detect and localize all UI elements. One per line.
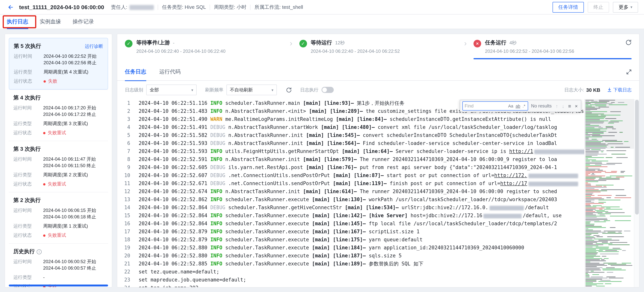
line-number: 24 [117,284,130,287]
task-detail-button[interactable]: 任务详情 [552,2,584,13]
match-case-icon[interactable]: Aa [508,102,514,110]
task-meta: 责任人: 任务类型: Hive SQL 周期类型: 小时 所属工作流: test… [111,4,303,11]
run-time-value: 2024-04-10 06:22:52 开始2024-04-10 06:22:5… [44,53,96,66]
main-tabbar: 执行日志 实例血缘 操作记录 [0,15,644,29]
pipeline-step-task-run[interactable]: × 任务运行4秒 2024-04-10 06:22:52 - 2024-04-1… [474,39,632,59]
tab-instance-lineage[interactable]: 实例血缘 [40,14,61,29]
whole-word-icon[interactable]: ab [515,102,521,110]
run-type-label: 运行类型 [13,172,43,178]
run-title: 第 3 次执行 [13,146,41,153]
refresh-icon [626,39,632,46]
tab-run-code[interactable]: 运行代码 [159,63,180,80]
line-number: 3 [117,115,130,123]
minimap[interactable] [584,99,634,287]
run-time-label: 运行时间 [13,105,43,118]
line-number: 4 [117,123,130,131]
find-prev-button[interactable]: ↑ [555,102,559,110]
line-number: 23 [117,276,130,284]
find-next-button[interactable]: ↓ [561,102,565,110]
log-level-select[interactable]: 全部▾ [146,85,197,95]
refresh-icon [286,87,292,93]
refresh-freq-select[interactable]: 不自动刷新▾ [226,85,277,95]
refresh-pipeline-button[interactable] [625,39,632,46]
find-results: No results [531,102,552,110]
refresh-freq-label: 刷新频率 [205,87,224,93]
back-button[interactable] [6,3,15,12]
run-type-value: 周期调度(第 3 次重试) [43,120,88,127]
scrollbar-thumb[interactable] [635,100,639,215]
download-icon [607,88,612,92]
run-title: 第 5 次执行 [14,43,41,50]
log-line: set mapreduce.job.queuename=default; [138,276,639,284]
line-number: 16 [117,220,130,228]
log-line: 2024-04-10 06:22:52.671 DEBUG .net.Conne… [138,179,639,187]
download-log-button[interactable]: 下载日志 [607,87,632,93]
run-time-value: 2024-04-10 06:11:47 开始2024-04-10 06:11:5… [43,156,96,169]
find-widget: Find Aa ab .* No results ↑ ↓ ≡ × [460,100,581,112]
pipeline-step-wait-run[interactable]: ✓ 等待运行12秒 2024-04-10 06:22:40 - 2024-04-… [299,39,457,59]
diagnose-link[interactable]: 运行诊断 [85,43,103,50]
run-item-history[interactable]: 历史执行i 运行时间 2024-04-10 06:00:52 开始2024-04… [9,243,108,287]
log-gutter: 123456789101112131415161718192021222324 [117,99,134,287]
line-number: 6 [117,139,130,147]
line-number: 14 [117,203,130,212]
log-line: 2024-04-10 06:22:51.491 DEBUG n.Abstract… [138,123,639,131]
owner-redacted-value [130,5,154,10]
success-check-icon: ✓ [125,40,132,47]
status-dot-icon [43,183,46,185]
owner-label: 责任人: [111,4,154,11]
line-number: 19 [117,244,130,252]
run-item-4[interactable]: 第 4 次执行 运行时间 2024-04-10 06:17:20 开始2024-… [9,89,108,141]
log-line: set tez.queue.name=default; [138,268,639,276]
line-number: 13 [117,195,130,203]
regex-icon[interactable]: .* [522,102,526,110]
fullscreen-expand-button[interactable] [626,68,632,75]
step-time-range: 2024-04-10 06:22:40 - 2024-04-10 06:22:5… [311,49,400,54]
task-type: 任务类型: Hive SQL [162,4,206,11]
cycle-type: 周期类型: 小时 [214,4,246,11]
run-type-label: 运行类型 [13,274,43,281]
page-title: test_11111_2024-04-10 06:00:00 [19,4,104,10]
vertical-scrollbar[interactable] [634,99,639,287]
info-icon[interactable]: i [37,249,42,254]
run-item-3[interactable]: 第 3 次执行 运行时间 2024-04-10 06:11:47 开始2024-… [9,141,108,192]
log-panel: ✓ 等待事件/上游- 2024-04-10 06:22:40 - 2024-04… [117,34,640,287]
partial-card-edge [9,284,108,286]
error-cross-icon: × [474,40,481,47]
run-status-value: 失败重试 [43,232,66,239]
run-title: 第 4 次执行 [13,94,41,101]
find-input[interactable]: Find Aa ab .* [462,101,528,110]
run-item-5[interactable]: 第 5 次执行 运行诊断 运行时间 2024-04-10 06:22:52 开始… [9,38,108,89]
tab-operation-record[interactable]: 操作记录 [72,14,94,29]
chevron-down-icon: ▾ [272,88,274,92]
tab-exec-log[interactable]: 执行日志 [7,14,28,29]
run-item-2[interactable]: 第 2 次执行 运行时间 2024-04-10 06:06:15 开始2024-… [9,192,108,243]
line-number: 11 [117,179,130,187]
find-close-button[interactable]: × [574,102,578,110]
run-status-label: 运行状态 [13,232,43,239]
log-line: 2024-04-10 06:22:52.607 DEBUG .net.Conne… [138,171,639,179]
tab-task-log[interactable]: 任务日志 [125,63,146,80]
find-placeholder: Find [465,102,506,110]
log-exec-toggle[interactable] [322,87,334,93]
more-button[interactable]: 更多▾ [613,2,638,13]
run-type-value: 周期调度(第 2 次重试) [43,172,88,178]
content-area: 第 5 次执行 运行诊断 运行时间 2024-04-10 06:22:52 开始… [0,29,644,287]
step-duration: - [173,40,174,46]
terminate-button[interactable]: 终止 [588,2,609,13]
step-name: 任务运行 [485,39,506,46]
log-line: 2024-04-10 06:22:52.880 INFO scheduler.T… [138,244,639,252]
line-number: 1 [117,99,130,107]
run-time-value: 2024-04-10 06:17:20 开始2024-04-10 06:17:2… [43,105,96,118]
step-name: 等待事件/上游 [136,39,170,46]
status-dot-icon [43,132,46,134]
run-status-label: 运行状态 [13,181,43,187]
log-viewer: 123456789101112131415161718192021222324 … [117,99,639,287]
line-number: 10 [117,171,130,179]
pipeline-step-wait-upstream[interactable]: ✓ 等待事件/上游- 2024-04-10 06:22:40 - 2024-04… [125,39,283,59]
find-in-selection-button[interactable]: ≡ [568,102,572,110]
log-line: 2024-04-10 06:22:52.879 INFO scheduler.T… [138,236,639,244]
refresh-log-button[interactable] [285,86,292,93]
log-toolbar: 日志级别 全部▾ 刷新频率 不自动刷新▾ 日志执行 日志大小: 30 KB 下载… [117,81,639,99]
line-number: 2 [117,107,130,115]
